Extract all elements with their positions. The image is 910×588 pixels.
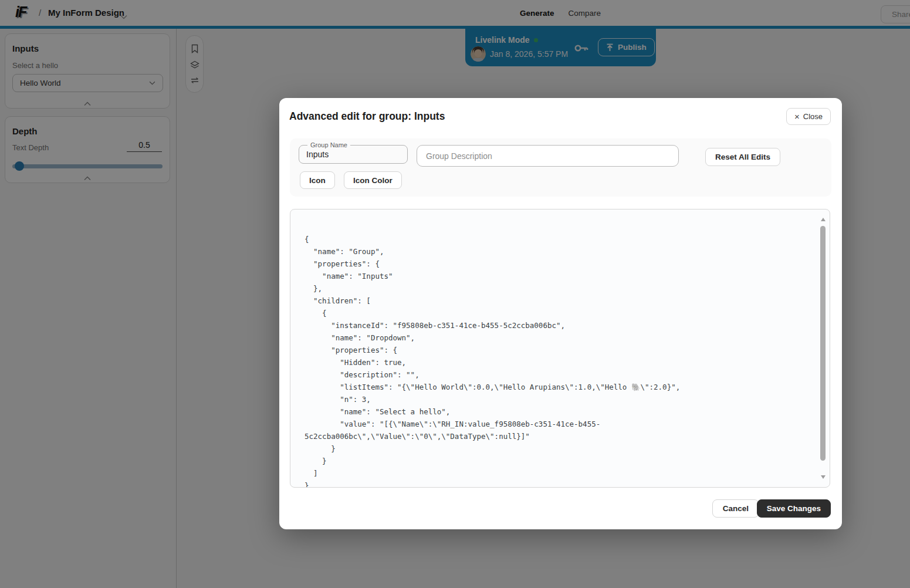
cancel-button[interactable]: Cancel	[712, 499, 759, 518]
scroll-down-arrow-icon[interactable]	[821, 475, 826, 479]
scrollbar-thumb[interactable]	[820, 226, 826, 461]
icon-color-button[interactable]: Icon Color	[344, 171, 402, 189]
close-button[interactable]: × Close	[786, 108, 831, 125]
group-name-input[interactable]	[304, 148, 402, 159]
icon-button[interactable]: Icon	[300, 171, 335, 189]
scroll-up-arrow-icon[interactable]	[821, 218, 826, 221]
reset-all-edits-button[interactable]: Reset All Edits	[705, 148, 780, 166]
json-editor-content[interactable]: { "name": "Group", "properties": { "name…	[290, 209, 830, 487]
group-properties-section: Group Name Reset All Edits Icon Icon Col…	[290, 138, 831, 197]
advanced-edit-modal: Advanced edit for group: Inputs × Close …	[279, 98, 842, 529]
close-label: Close	[803, 112, 823, 121]
save-changes-button[interactable]: Save Changes	[757, 499, 831, 518]
close-icon: ×	[794, 112, 800, 121]
json-editor: { "name": "Group", "properties": { "name…	[290, 209, 830, 488]
app-root: iF / My InForm Design Generate Compare S…	[0, 0, 910, 588]
modal-title: Advanced edit for group: Inputs	[289, 110, 445, 123]
editor-scrollbar[interactable]	[820, 217, 827, 480]
group-description-input[interactable]	[417, 145, 679, 167]
group-name-label: Group Name	[307, 141, 350, 148]
group-name-field: Group Name	[299, 141, 408, 164]
